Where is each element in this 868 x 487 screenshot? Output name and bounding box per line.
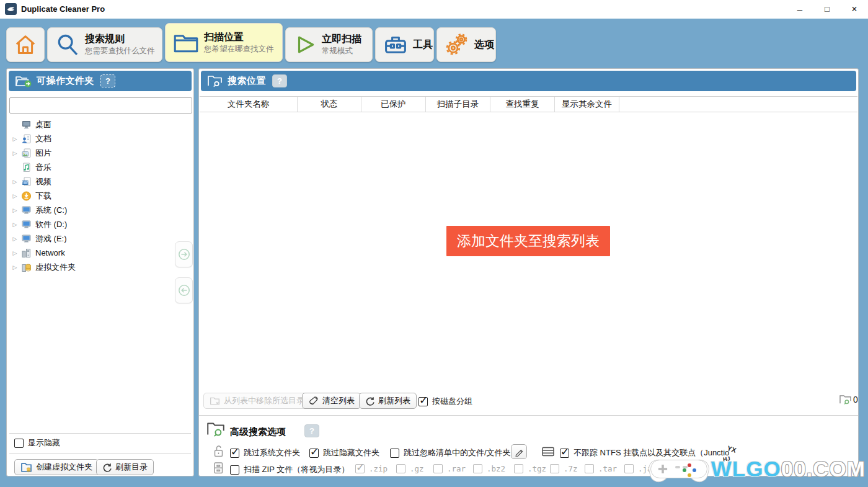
skip-system-label: 跳过系统文件夹 [244,447,300,458]
zip-type-checkbox[interactable] [514,464,523,473]
advanced-help-button[interactable]: ? [304,424,319,437]
expander[interactable]: ▷ [11,236,19,242]
refresh-directory-button[interactable]: 刷新目录 [96,459,154,475]
tree-item-documents[interactable]: ▷ 文档 [11,132,190,146]
zip-type-row: .7z [550,464,578,473]
zip-type-checkbox[interactable] [355,464,365,473]
column-find-duplicates[interactable]: 查找重复 [490,97,555,112]
expander[interactable]: ▷ [11,250,19,256]
skip-hidden-checkbox[interactable] [309,449,319,458]
column-scan-subdirs[interactable]: 扫描子目录 [426,97,490,112]
music-icon [19,163,33,172]
skip-ignore-list-checkbox[interactable] [390,449,399,458]
skip-ignore-list-label: 跳过忽略清单中的文件/文件夹 [404,447,511,458]
tab-subtitle: 您需要查找什么文件 [85,47,155,56]
folder-icon [173,31,199,55]
close-button[interactable]: × [841,0,868,19]
main-header: 搜索位置 ? [201,71,856,91]
scan-zip-row: 扫描 ZIP 文件（将视为目录） [230,464,349,475]
zip-type-checkbox[interactable] [433,464,443,473]
tree-item-drive-d[interactable]: ▷ 软件 (D:) [11,217,190,231]
zip-type-label: .tgz [528,464,546,473]
main-help-button[interactable]: ? [272,74,287,87]
zip-type-checkbox[interactable] [585,464,594,473]
skip-system-checkbox[interactable] [230,449,239,458]
zip-type-checkbox[interactable] [550,464,559,473]
expander[interactable]: ▷ [11,264,19,270]
expander[interactable]: ▷ [11,150,19,156]
folder-count-icon [839,394,852,405]
column-protected[interactable]: 已保护 [361,97,426,112]
tree-item-network[interactable]: ▷ Network [11,246,190,260]
expander[interactable]: ▷ [11,179,19,185]
ntfs-junction-checkbox[interactable] [560,449,569,458]
show-hidden-label: 显示隐藏 [28,437,60,449]
tab-scan-location[interactable]: 扫描位置 您希望在哪查找文件 [165,23,283,62]
column-folder-name[interactable]: 文件夹名称 [200,97,298,112]
virtual-folder-add-icon [20,462,32,473]
zip-type-row: .rar [433,464,466,473]
tab-scan-now[interactable]: 立即扫描 常规模式 [285,27,373,62]
zip-type-checkbox[interactable] [624,464,634,473]
remove-selected-button[interactable]: 从列表中移除所选目录 [203,393,311,409]
tree-item-videos[interactable]: ▷ 视频 [11,174,190,189]
tree-item-music[interactable]: 音乐 [11,160,190,174]
remove-selected-label: 从列表中移除所选目录 [224,395,304,406]
maximize-button[interactable]: □ [813,0,841,19]
videos-icon [19,177,33,187]
scan-zip-checkbox[interactable] [230,465,239,475]
folder-tree: 桌面 ▷ 文档 ▷ 图片 音乐 [11,117,190,274]
refresh-list-button[interactable]: 刷新列表 [359,393,417,409]
lock-open-icon [213,445,224,458]
tree-item-drive-e[interactable]: ▷ 游戏 (E:) [11,231,190,246]
app-icon [5,3,17,15]
gamepad-icon [650,455,707,483]
column-show-other-files[interactable]: 显示其余文件 [555,97,619,112]
zip-type-label: .bz2 [487,464,505,473]
tree-item-drive-c[interactable]: ▷ 系统 (C:) [11,203,190,217]
tab-tools[interactable]: 工具 [375,27,434,62]
arrow-right-icon [178,248,190,261]
remove-folder-arrow-button[interactable] [175,277,193,303]
expander[interactable]: ▷ [11,136,19,142]
sidebar-help-button[interactable]: ? [100,74,115,87]
edit-ignore-list-button[interactable] [511,444,527,459]
create-virtual-folder-button[interactable]: 创建虚拟文件夹 [14,459,99,475]
zip-type-checkbox[interactable] [396,464,405,473]
minimize-button[interactable]: – [786,0,813,19]
scan-zip-label: 扫描 ZIP 文件（将视为目录） [244,464,349,475]
tab-label: 扫描位置 [204,31,274,43]
zip-type-checkbox[interactable] [473,464,482,473]
table-header: 文件夹名称 状态 已保护 扫描子目录 查找重复 显示其余文件 [200,96,857,112]
pictures-icon [19,148,33,158]
group-by-disk-checkbox[interactable] [418,397,428,406]
folder-filter-input[interactable] [9,97,192,114]
tree-item-pictures[interactable]: ▷ 图片 [11,146,190,160]
expander[interactable]: ▷ [11,221,19,228]
tab-label: 工具 [413,38,433,51]
tab-subtitle: 您希望在哪查找文件 [204,45,274,55]
column-status[interactable]: 状态 [298,97,361,112]
add-folder-arrow-button[interactable] [175,241,193,267]
tree-item-downloads[interactable]: ▷ 下载 [11,189,190,203]
watermark-text: WLGO00.COM [711,451,866,487]
skip-hidden-row: 跳过隐藏文件夹 [309,447,379,458]
expander[interactable]: ▷ [11,207,19,213]
arrow-left-icon [178,284,190,297]
refresh-icon [365,396,374,406]
column-filler [619,97,857,112]
show-hidden-checkbox[interactable] [14,439,24,448]
clear-list-button[interactable]: 清空列表 [302,393,361,409]
tab-home[interactable] [6,27,45,62]
tree-item-desktop[interactable]: 桌面 [11,117,190,132]
tab-search-rules[interactable]: 搜索规则 您需要查找什么文件 [47,27,162,62]
folder-add-icon [15,75,32,87]
skip-ignore-list-row: 跳过忽略清单中的文件/文件夹 [390,447,511,458]
tab-label: 选项 [474,38,494,51]
tree-item-virtual-folder[interactable]: ▷ 虚拟文件夹 [11,260,190,274]
folder-remove-icon [210,396,220,406]
sidebar-panel: 可操作文件夹 ? 桌面 ▷ 文档 ▷ [6,68,194,476]
tab-subtitle: 常规模式 [322,47,361,56]
expander[interactable]: ▷ [11,193,19,199]
tab-options[interactable]: 选项 [436,27,496,62]
